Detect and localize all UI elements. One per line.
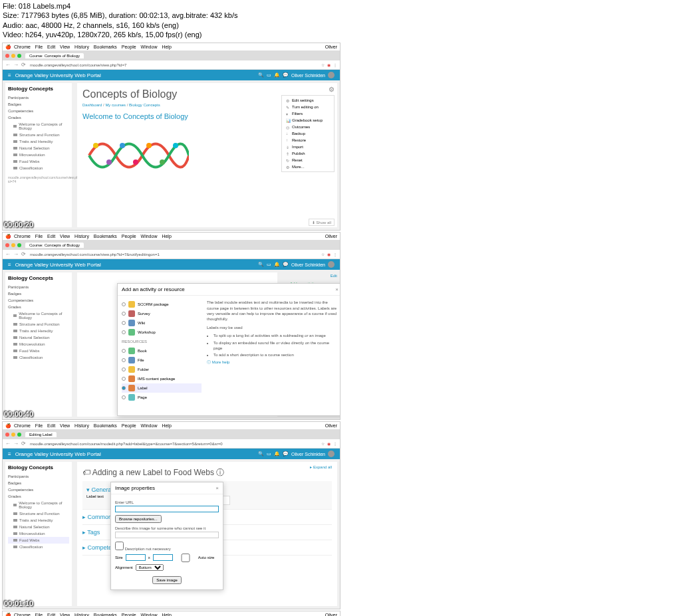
- gear-menu: ⚙Edit settings ✎Turn editing on ▾Filters…: [281, 95, 335, 172]
- timecode: 00:00:20: [4, 221, 33, 229]
- close-icon[interactable]: [5, 54, 9, 58]
- svg-point-2: [120, 143, 125, 148]
- hamburger-icon[interactable]: ≡: [8, 72, 11, 78]
- video-value: h264, yuv420p, 1280x720, 265 kb/s, 15,00…: [25, 31, 202, 39]
- forward-icon[interactable]: →: [13, 62, 19, 68]
- gear-icon[interactable]: ⚙: [329, 86, 335, 93]
- url-bar[interactable]: moodle.orangevalleyschool.com/course/vie…: [30, 63, 321, 67]
- url-input[interactable]: [115, 506, 219, 512]
- chrome-menu[interactable]: Chrome: [14, 45, 31, 49]
- minimize-icon[interactable]: [11, 54, 15, 58]
- svg-point-1: [106, 159, 112, 165]
- modal-title: Add an activity or resource: [122, 286, 185, 292]
- expand-all-link[interactable]: ▸ Expand all: [310, 464, 332, 469]
- portal-user[interactable]: Oliver Schinkten: [291, 73, 325, 78]
- add-activity-modal: Add an activity or resource× SCORM packa…: [117, 283, 340, 416]
- star-icon[interactable]: ☆: [321, 62, 325, 67]
- size-value: 7177963 bytes (6,85 MiB), duration: 00:0…: [21, 11, 238, 19]
- avatar[interactable]: [328, 72, 335, 78]
- close-icon[interactable]: ×: [335, 286, 339, 292]
- thumbnail-1: 🍎 Chrome File Edit View History Bookmark…: [2, 43, 340, 231]
- svg-point-0: [93, 143, 98, 148]
- thumbnail-4: 🍎Chrome File Edit View History Bookmarks…: [2, 611, 340, 616]
- video-label: Video:: [3, 31, 23, 39]
- image-properties-modal: Image properties× Enter URL Browse repos…: [110, 482, 223, 590]
- apple-icon[interactable]: 🍎: [5, 45, 11, 50]
- audio-value: aac, 48000 Hz, 2 channels, s16, 160 kb/s…: [25, 21, 179, 29]
- audio-label: Audio:: [3, 21, 23, 29]
- save-image-button[interactable]: Save image: [152, 576, 182, 584]
- status-url: moodle.orangevalleyschool.com/course/vie…: [8, 175, 69, 183]
- svg-point-4: [146, 143, 152, 148]
- thumbnail-2: 🍎Chrome File Edit View History Bookmarks…: [2, 232, 340, 420]
- svg-point-6: [173, 143, 178, 148]
- description-input[interactable]: [115, 532, 219, 538]
- mac-menubar: 🍎 Chrome File Edit View History Bookmark…: [3, 43, 340, 51]
- file-label: File:: [3, 2, 17, 10]
- extension-icon[interactable]: ◉: [327, 62, 331, 67]
- back-icon[interactable]: ←: [5, 62, 11, 68]
- maximize-icon[interactable]: [17, 54, 21, 58]
- size-label: Size:: [3, 11, 19, 19]
- browse-button[interactable]: Browse repositories...: [115, 515, 162, 523]
- thumbnail-3: 🍎Chrome File Edit View History Bookmarks…: [2, 421, 340, 609]
- svg-point-5: [160, 159, 165, 165]
- reload-icon[interactable]: ⟳: [21, 62, 26, 68]
- dna-image: [82, 126, 189, 185]
- svg-point-3: [133, 159, 138, 165]
- show-all-toggle[interactable]: ⬇ Show all: [309, 219, 335, 226]
- menu-icon[interactable]: ⋮: [333, 62, 337, 67]
- file-name: 018 Labels.mp4: [19, 2, 70, 10]
- mac-user[interactable]: Oliver: [325, 45, 337, 49]
- alignment-select[interactable]: Bottom: [136, 564, 164, 571]
- portal-title[interactable]: Orange Valley University Web Portal: [15, 72, 101, 78]
- browser-tab[interactable]: Course: Concepts of Biology: [25, 53, 84, 58]
- course-sidebar: Biology Concepts Participants Badges Com…: [5, 83, 72, 227]
